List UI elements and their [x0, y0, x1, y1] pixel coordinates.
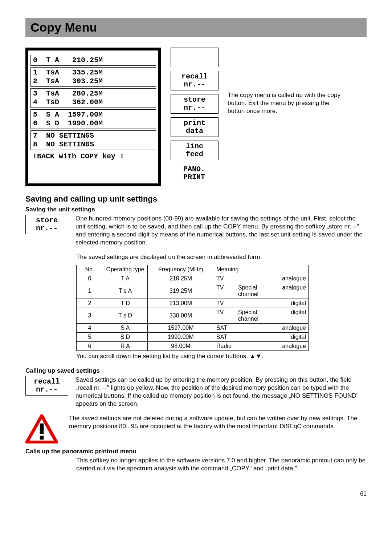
th-op: Operating type: [103, 265, 148, 274]
lcd-bottom-line: !BACK with COPY key !: [30, 151, 156, 162]
lcd-group-4: 7 NO SETTINGS8 NO SETTINGS: [30, 130, 156, 150]
table-row: 0T A210.25MTVanalogue: [77, 274, 309, 283]
softkey-pano-print[interactable]: PANO.PRINT: [171, 164, 218, 183]
warning-text: The saved settings are not deleted durin…: [69, 414, 367, 441]
scroll-note: You can scroll down the setting list by …: [76, 352, 367, 360]
svg-rect-2: [40, 436, 44, 440]
lcd-display: 0 T A 210.25M 1 TsA 335.25M2 TsA 303.25M…: [25, 48, 161, 186]
table-row: 1T s A319.25MTVSpecial channelanalogue: [77, 283, 309, 299]
table-row: 3T s D338.00MTVSpecial channeldigital: [77, 308, 309, 324]
lcd-group-1: 1 TsA 335.25M2 TsA 303.25M: [30, 67, 156, 87]
th-no: No.: [77, 265, 103, 274]
calling-up-label: Calling up saved settings: [25, 367, 367, 374]
softkey-store[interactable]: storenr.--: [171, 94, 219, 114]
side-note: The copy menu is called up with the copy…: [228, 48, 347, 186]
warning-icon: [25, 414, 62, 445]
softkey-print-data[interactable]: printdata: [171, 117, 219, 137]
pano-text: This softkey no longer applies to the so…: [76, 457, 367, 473]
subheading-saving-calling: Saving and calling up unit settings: [25, 194, 367, 204]
saving-text: One hundred memory positions (00-99) are…: [75, 215, 367, 247]
svg-rect-1: [40, 424, 44, 434]
th-meaning: Meaning: [214, 265, 309, 274]
softkey-recall[interactable]: recallnr.--: [171, 71, 219, 90]
screen-area: 0 T A 210.25M 1 TsA 335.25M2 TsA 303.25M…: [25, 48, 367, 186]
table-row: 5S D1990.00MSATdigital: [77, 333, 309, 342]
softkey-column: recallnr.-- storenr.-- printdata linefee…: [171, 48, 219, 186]
table-row: 6R A98.00MRadioanalogue: [77, 342, 309, 351]
table-row: 4S A1597.00MSATanalogue: [77, 324, 309, 333]
table-row: 2T D213.00MTVdigital: [77, 299, 309, 308]
softkey-line-feed[interactable]: linefeed: [171, 141, 219, 160]
lcd-group-0: 0 T A 210.25M: [30, 55, 156, 66]
lcd-group-3: 5 S A 1597.00M6 S D 1990.00M: [30, 109, 156, 129]
saved-displayed-text: The saved settings are displayed on the …: [76, 253, 367, 261]
th-freq: Frequency (MHz): [148, 265, 214, 274]
calling-text: Saved settings can be called up by enter…: [75, 376, 367, 408]
page-title: Copy Menu: [25, 18, 367, 37]
lcd-group-2: 3 TsA 280.25M4 TsD 362.00M: [30, 88, 156, 108]
pano-printout-label: Calls up the panoramic printout menu: [25, 448, 367, 455]
recall-nr-box: recall nr.--: [25, 376, 68, 396]
store-nr-box: store nr.--: [25, 215, 68, 234]
softkey-blank: [171, 48, 219, 67]
settings-table: No. Operating type Frequency (MHz) Meani…: [76, 265, 309, 351]
saving-settings-label: Saving the unit settings: [25, 206, 367, 213]
page-number: 61: [25, 491, 367, 497]
